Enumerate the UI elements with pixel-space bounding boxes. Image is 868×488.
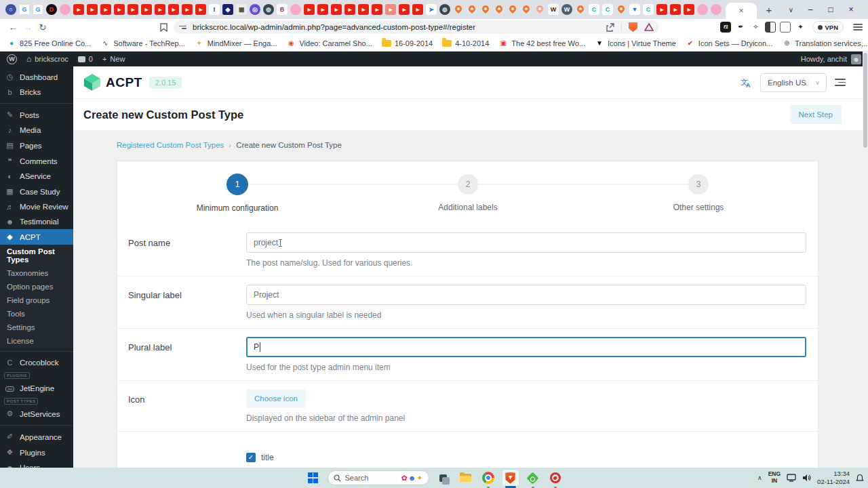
tab-close-icon[interactable]: × [738, 7, 743, 15]
sidebar-item-aservice[interactable]: ◐AService [0, 169, 73, 184]
brave-rewards-triangle-icon[interactable] [644, 23, 654, 31]
tab-favicon-pinkc[interactable] [60, 4, 71, 15]
red-app-button[interactable] [547, 470, 564, 486]
site-name-menu[interactable]: ⌂ brickscroc [26, 54, 68, 64]
tab-favicon-yt[interactable]: ▸ [168, 4, 179, 15]
browser-menu-icon[interactable] [853, 24, 863, 30]
tab-favicon-yt[interactable]: ▸ [100, 4, 111, 15]
tab-favicon-yt[interactable]: ▸ [182, 4, 193, 15]
wordpress-logo-icon[interactable]: W [7, 54, 17, 64]
sidebar-item-testimonial[interactable]: ☻Testimonial [0, 214, 73, 229]
forward-button[interactable]: → [20, 22, 35, 33]
tray-chevron-icon[interactable]: ∧ [757, 474, 762, 481]
tab-favicon-pin[interactable] [575, 4, 586, 15]
tab-favicon-yt[interactable]: ▸ [331, 4, 342, 15]
step-2[interactable]: 2Additional labels [400, 161, 536, 212]
sidebar-item-plugins[interactable]: ❖Plugins [0, 445, 73, 460]
task-view-button[interactable] [435, 470, 452, 486]
my-account-menu[interactable]: Howdy, anchit ☻ [801, 54, 861, 64]
brave-shields-icon[interactable] [629, 22, 637, 32]
bookmark-item[interactable]: ∿Software - TechRep... [100, 39, 185, 48]
keyboard-language[interactable]: ENG IN [768, 471, 781, 485]
reading-list-icon[interactable] [157, 23, 170, 32]
tab-search-chevron-icon[interactable]: ∨ [782, 6, 800, 14]
vpn-button[interactable]: VPN [812, 21, 844, 33]
brave-button[interactable] [502, 470, 519, 486]
tab-favicon-salmon[interactable]: ▸ [385, 4, 396, 15]
sidebar-item-crocoblock[interactable]: CCrocoblock [0, 355, 73, 370]
sidebar-item-posts[interactable]: ✎Posts [0, 107, 73, 123]
tab-favicon-wp[interactable]: W [561, 4, 572, 15]
bookmark-item[interactable]: ✦MindMixer — Enga... [195, 39, 277, 48]
tab-favicon-yt[interactable]: ▸ [114, 4, 125, 15]
reload-button[interactable]: ↻ [35, 22, 50, 33]
active-tab[interactable]: × [726, 3, 757, 19]
tab-favicon-yt[interactable]: ▸ [155, 4, 165, 15]
tab-favicon-bang[interactable]: ! [209, 4, 220, 15]
bookmark-item[interactable]: ✔Icon Sets — Dryicon... [686, 39, 772, 48]
chrome-button[interactable] [480, 470, 496, 486]
sidebar-item-comments[interactable]: ❝Comments [0, 153, 73, 169]
tab-favicon-navy[interactable]: ◆ [222, 4, 233, 15]
tab-favicon-yt[interactable]: ▸ [317, 4, 328, 15]
pen-extension-icon[interactable]: ✒ [735, 22, 746, 33]
tab-favicon-pin[interactable] [453, 4, 464, 15]
sidebar-item-media[interactable]: ♪Media [0, 123, 73, 138]
tab-favicon-w[interactable]: W [548, 4, 559, 15]
back-button[interactable]: ← [5, 22, 20, 33]
step-1[interactable]: 1Minimum configuration [170, 161, 305, 213]
choose-icon-button[interactable]: Choose icon [246, 389, 306, 408]
start-button[interactable] [305, 470, 321, 486]
sidebar-item-jetservices[interactable]: ⚙JetServices [0, 406, 73, 422]
comments-menu[interactable]: 0 [78, 55, 93, 63]
address-bar[interactable]: brickscroc.local/wp-admin/admin.php?page… [174, 20, 659, 34]
tab-favicon-yt[interactable]: ▸ [399, 4, 410, 15]
site-settings-icon[interactable] [179, 26, 187, 29]
sidebar-item-users[interactable]: ☻Users [0, 460, 73, 468]
window-maximize-button[interactable]: □ [821, 0, 841, 19]
notification-bell-icon[interactable] [856, 474, 864, 483]
tab-favicon-pinkc[interactable] [290, 4, 301, 15]
window-close-button[interactable]: × [841, 0, 861, 19]
new-tab-button[interactable]: + [762, 4, 776, 16]
step-circle[interactable]: 3 [688, 174, 709, 195]
share-icon[interactable] [606, 23, 614, 32]
tab-favicon-yt[interactable]: ▸ [195, 4, 206, 15]
sidebar-item-movie-review[interactable]: ♬Movie Review [0, 199, 73, 214]
tab-favicon-yt[interactable]: ▸ [304, 4, 315, 15]
tab-favicon-croc[interactable]: C [643, 4, 654, 15]
menu-lines-icon[interactable] [835, 79, 846, 85]
file-explorer-button[interactable] [458, 470, 474, 486]
sidebar-item-jetengine[interactable]: JetJetEngine [0, 380, 73, 396]
step-3[interactable]: 3Other settings [631, 161, 766, 212]
tab-favicon-pinkc[interactable] [697, 4, 708, 15]
plural-label-input[interactable]: P [246, 337, 806, 357]
sidebar-subitem-tools[interactable]: Tools [0, 307, 73, 321]
tab-favicon-globe[interactable]: ◍ [439, 4, 450, 15]
step-circle[interactable]: 1 [226, 174, 248, 195]
tab-favicon-g[interactable]: G [19, 4, 30, 15]
tab-favicon-yt[interactable]: ▸ [87, 4, 98, 15]
tab-favicon-flag[interactable]: ➤ [426, 4, 437, 15]
scrollbar-thumb[interactable] [863, 53, 867, 148]
bookmark-item[interactable]: ●825 Free Online Co... [7, 39, 91, 48]
tab-favicon-croc[interactable]: C [589, 4, 599, 15]
tab-favicon-pinlight[interactable] [534, 4, 545, 15]
sidebar-subitem-taxonomies[interactable]: Taxonomies [0, 266, 73, 280]
tab-favicon-funnel[interactable]: ▼ [629, 4, 640, 15]
taskbar-search[interactable]: Search ✿ ☻ ✦ [328, 470, 429, 485]
tab-favicon-yt[interactable]: ▸ [372, 4, 382, 15]
sidebar-item-appearance[interactable]: ✐Appearance [0, 429, 73, 445]
title-checkbox[interactable]: ✓ [246, 453, 256, 462]
diamond-extension-icon[interactable] [705, 22, 716, 33]
bookmark-item[interactable]: ▣The 42 best free Wo... [498, 39, 585, 48]
url-text[interactable]: brickscroc.local/wp-admin/admin.php?page… [193, 23, 599, 31]
volume-icon[interactable] [802, 474, 811, 482]
tab-favicon-yt[interactable]: ▸ [141, 4, 152, 15]
breadcrumb-link[interactable]: Registered Custom Post Types [117, 141, 224, 149]
singular-label-input[interactable]: Project [246, 285, 806, 305]
tab-favicon-yt[interactable]: ▸ [656, 4, 667, 15]
tab-favicon-pin[interactable] [494, 4, 505, 15]
tab-favicon-yt[interactable]: ▸ [358, 4, 369, 15]
sidebar-item-acpt[interactable]: ◆ACPT [0, 229, 73, 245]
